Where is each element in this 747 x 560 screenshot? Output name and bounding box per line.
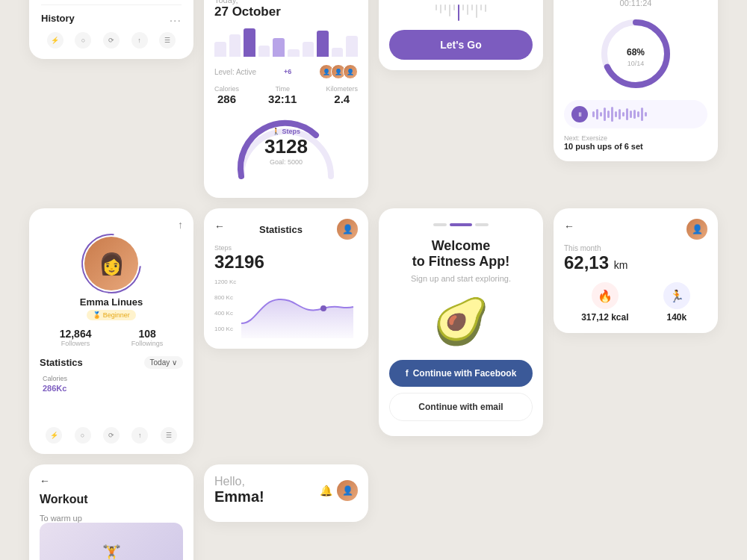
tab-share[interactable]: ⟳	[103, 427, 120, 444]
time-metric-label: Time	[268, 85, 297, 93]
stats2-chart: 1200 Kc 800 Kc 400 Kc 100 Kc	[214, 279, 358, 338]
y4: 100 Kc	[214, 326, 236, 332]
progress-ring: 68% 10/14	[564, 16, 707, 91]
calories-metric-label: Calories	[214, 85, 239, 93]
welcome-subtitle: Sign up and start exploring.	[389, 274, 533, 283]
workout-image: 🏋️	[40, 523, 183, 560]
run-icon: 🏃	[663, 282, 690, 309]
w3	[600, 112, 602, 116]
bar-7	[303, 42, 314, 57]
level-label: Level: Active	[214, 68, 256, 76]
ring-icon[interactable]: ○	[75, 32, 91, 49]
w11	[630, 111, 632, 118]
email-login-button[interactable]: Continue with email	[389, 393, 533, 421]
weight-card: 49 50 kg 51 52 Let's Go	[379, 0, 543, 70]
welcome-card: Welcome to Fitness App! Sign up and star…	[379, 208, 543, 436]
link-icon[interactable]: ⟳	[103, 32, 120, 49]
month-card: ← 👤 This month 62,13 km 🔥 317,12 kcal 🏃 …	[554, 208, 718, 333]
bar-5	[273, 38, 285, 57]
facebook-login-button[interactable]: f Continue with Facebook	[389, 360, 533, 387]
activity-chart	[214, 27, 358, 57]
flag-icon[interactable]: ↑	[131, 32, 148, 49]
fire-icon: 🔥	[592, 282, 619, 309]
pause-button[interactable]: ⏸	[571, 106, 588, 122]
avocado-illustration: 🥑	[389, 295, 533, 348]
steps2-label: Steps	[214, 244, 358, 252]
tick-10	[476, 4, 477, 18]
followings-label: Followings	[131, 340, 164, 347]
fire-value: 317,12 kcal	[581, 312, 628, 323]
month-avatar: 👤	[686, 219, 707, 240]
statistics-card: ← Statistics 👤 Steps 32196 1200 Kc 800 K…	[204, 208, 368, 349]
facebook-icon: f	[406, 368, 409, 379]
user-icon[interactable]: ☰	[159, 32, 176, 49]
profile-name: Emma Linues	[80, 296, 143, 308]
share-icon[interactable]: ↑	[178, 219, 183, 231]
wave-visualization	[592, 107, 700, 122]
next-exercise-label: Next: Exersize	[564, 134, 707, 142]
workout-subtitle: To warm up	[40, 514, 183, 523]
steps-goal: Goal: 5000	[264, 158, 308, 166]
y1: 1200 Kc	[214, 279, 236, 285]
top-stats-card: Distance 28 km Time 3:11:08 Calories 3,6…	[29, 0, 193, 59]
onboarding-dots	[389, 223, 533, 226]
tick-9	[471, 4, 473, 10]
hello-bell-icon[interactable]: 🔔	[320, 485, 332, 497]
meditation-card: ← Meditation 00:11:24 68% 10/14 ⏸	[554, 0, 718, 161]
hello-greeting: Hello,	[214, 475, 264, 488]
w7	[615, 111, 617, 117]
tick-11	[480, 4, 482, 10]
bar-2	[229, 34, 241, 57]
workout-back-icon[interactable]: ←	[40, 475, 183, 487]
followers-stat: 12,864 Followers	[60, 328, 92, 347]
progress-percent: 68%	[627, 40, 645, 60]
lets-go-button[interactable]: Let's Go	[389, 30, 533, 60]
month-label: This month	[564, 244, 707, 252]
chart-label: Calories	[43, 375, 67, 382]
calories-metric-value: 286	[214, 93, 239, 105]
today-card: ← Today, 27 October 🔔 👤 Level: Active +6	[204, 0, 368, 198]
fire-stat: 🔥 317,12 kcal	[581, 282, 628, 323]
time-metric: Time 32:11	[268, 85, 297, 105]
svg-point-2	[320, 305, 326, 311]
month-distance: 62,13 km	[564, 252, 707, 273]
stats2-title: Statistics	[259, 224, 303, 235]
progress-sub: 10/14	[627, 60, 645, 67]
tiny-avatar-3: 👤	[343, 64, 358, 79]
tab-user[interactable]: ☰	[161, 427, 177, 444]
bar-10	[346, 36, 358, 57]
steps2-value: 32196	[214, 252, 358, 273]
tick-1	[436, 4, 437, 10]
w13	[637, 111, 639, 117]
chart-value: 286Kc	[43, 384, 66, 393]
bar-8	[317, 31, 329, 57]
activity-icon[interactable]: ⚡	[47, 32, 63, 49]
tick-3	[444, 4, 446, 10]
today-filter-button[interactable]: Today ∨	[144, 356, 183, 369]
tick-4	[449, 4, 450, 16]
w1	[592, 111, 595, 117]
steps-value: 3128	[264, 135, 308, 158]
month-back-icon[interactable]: ←	[564, 220, 574, 232]
followers-label: Followers	[60, 340, 92, 347]
w6	[611, 107, 613, 122]
more-options-icon[interactable]: ...	[170, 11, 182, 25]
tick-12	[485, 4, 486, 12]
tab-flag[interactable]: ↑	[131, 427, 148, 444]
followers-value: 12,864	[60, 328, 92, 340]
stats2-avatar: 👤	[337, 219, 358, 240]
tab-activity[interactable]: ⚡	[46, 427, 62, 444]
stats2-back-icon[interactable]: ←	[214, 220, 225, 232]
bar-6	[288, 49, 300, 57]
y3: 400 Kc	[214, 310, 236, 317]
bar-9	[332, 48, 344, 57]
run-stat: 🏃 140k	[663, 282, 690, 323]
dot-1	[433, 223, 447, 226]
steps-label: 🚶 Steps	[264, 128, 308, 135]
followings-value: 108	[131, 328, 164, 340]
w12	[633, 110, 636, 119]
tab-ring[interactable]: ○	[75, 427, 91, 444]
dot-2	[450, 223, 472, 226]
calories-chart: Calories 286Kc	[40, 375, 183, 412]
month-stats-row: 🔥 317,12 kcal 🏃 140k	[564, 282, 707, 323]
